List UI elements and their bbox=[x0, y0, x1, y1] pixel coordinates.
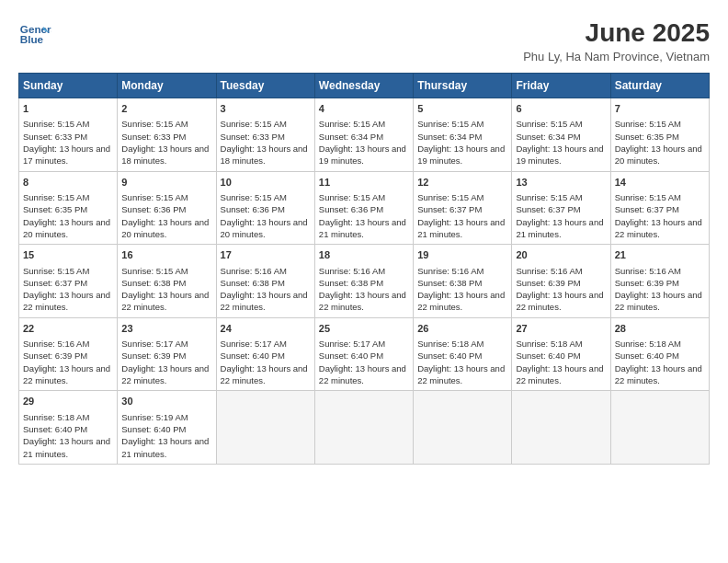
calendar-day-cell: 29Sunrise: 5:18 AMSunset: 6:40 PMDayligh… bbox=[19, 391, 118, 465]
calendar-day-cell bbox=[314, 391, 413, 465]
day-number: 7 bbox=[615, 102, 705, 116]
calendar-day-cell: 6Sunrise: 5:15 AMSunset: 6:34 PMDaylight… bbox=[512, 98, 610, 172]
sunset-text: Sunset: 6:39 PM bbox=[615, 278, 679, 288]
sunrise-text: Sunrise: 5:15 AM bbox=[319, 192, 385, 202]
day-number: 4 bbox=[319, 102, 409, 116]
sunrise-text: Sunrise: 5:17 AM bbox=[221, 339, 287, 349]
sunset-text: Sunset: 6:40 PM bbox=[221, 350, 285, 361]
sunrise-text: Sunrise: 5:15 AM bbox=[23, 192, 89, 202]
calendar-day-cell: 28Sunrise: 5:18 AMSunset: 6:40 PMDayligh… bbox=[610, 317, 709, 391]
sunrise-text: Sunrise: 5:15 AM bbox=[121, 266, 188, 276]
daylight-text: Daylight: 13 hours and 20 minutes. bbox=[23, 217, 110, 239]
svg-text:Blue: Blue bbox=[20, 33, 44, 45]
sunrise-text: Sunrise: 5:18 AM bbox=[615, 339, 681, 349]
day-number: 26 bbox=[417, 322, 507, 336]
daylight-text: Daylight: 13 hours and 19 minutes. bbox=[319, 144, 406, 166]
sunrise-text: Sunrise: 5:15 AM bbox=[121, 192, 188, 202]
calendar-day-cell: 24Sunrise: 5:17 AMSunset: 6:40 PMDayligh… bbox=[216, 317, 314, 391]
sunrise-text: Sunrise: 5:15 AM bbox=[615, 119, 681, 129]
daylight-text: Daylight: 13 hours and 22 minutes. bbox=[221, 363, 308, 385]
calendar-title: June 2025 bbox=[523, 18, 710, 48]
col-friday: Friday bbox=[512, 74, 610, 98]
daylight-text: Daylight: 13 hours and 22 minutes. bbox=[121, 290, 209, 312]
daylight-text: Daylight: 13 hours and 22 minutes. bbox=[615, 217, 702, 239]
sunrise-text: Sunrise: 5:17 AM bbox=[319, 339, 385, 349]
calendar-day-cell: 10Sunrise: 5:15 AMSunset: 6:36 PMDayligh… bbox=[216, 171, 314, 245]
calendar-day-cell: 26Sunrise: 5:18 AMSunset: 6:40 PMDayligh… bbox=[414, 317, 512, 391]
calendar-day-cell: 3Sunrise: 5:15 AMSunset: 6:33 PMDaylight… bbox=[216, 98, 314, 172]
daylight-text: Daylight: 13 hours and 17 minutes. bbox=[23, 144, 110, 166]
sunset-text: Sunset: 6:34 PM bbox=[516, 132, 580, 142]
title-area: June 2025 Phu Ly, Ha Nam Province, Vietn… bbox=[523, 18, 710, 63]
calendar-table: Sunday Monday Tuesday Wednesday Thursday… bbox=[18, 73, 710, 465]
sunset-text: Sunset: 6:37 PM bbox=[516, 204, 580, 214]
sunrise-text: Sunrise: 5:15 AM bbox=[23, 266, 89, 276]
calendar-day-cell: 17Sunrise: 5:16 AMSunset: 6:38 PMDayligh… bbox=[216, 245, 314, 318]
sunrise-text: Sunrise: 5:19 AM bbox=[121, 412, 188, 422]
calendar-day-cell: 4Sunrise: 5:15 AMSunset: 6:34 PMDaylight… bbox=[314, 98, 413, 172]
sunrise-text: Sunrise: 5:15 AM bbox=[615, 192, 681, 202]
day-number: 11 bbox=[319, 176, 409, 190]
calendar-day-cell: 16Sunrise: 5:15 AMSunset: 6:38 PMDayligh… bbox=[118, 245, 216, 318]
calendar-day-cell: 11Sunrise: 5:15 AMSunset: 6:36 PMDayligh… bbox=[314, 171, 413, 245]
sunrise-text: Sunrise: 5:16 AM bbox=[615, 266, 681, 276]
daylight-text: Daylight: 13 hours and 18 minutes. bbox=[221, 144, 308, 166]
calendar-week-row: 8Sunrise: 5:15 AMSunset: 6:35 PMDaylight… bbox=[19, 171, 710, 245]
day-number: 1 bbox=[23, 102, 113, 116]
sunrise-text: Sunrise: 5:16 AM bbox=[221, 266, 287, 276]
sunset-text: Sunset: 6:39 PM bbox=[516, 278, 580, 288]
day-number: 3 bbox=[221, 102, 311, 116]
sunset-text: Sunset: 6:36 PM bbox=[221, 204, 285, 214]
calendar-day-cell: 1Sunrise: 5:15 AMSunset: 6:33 PMDaylight… bbox=[19, 98, 118, 172]
sunset-text: Sunset: 6:34 PM bbox=[417, 132, 482, 142]
daylight-text: Daylight: 13 hours and 21 minutes. bbox=[516, 217, 603, 239]
daylight-text: Daylight: 13 hours and 22 minutes. bbox=[615, 290, 702, 312]
daylight-text: Daylight: 13 hours and 20 minutes. bbox=[121, 217, 209, 239]
day-number: 16 bbox=[121, 248, 211, 262]
calendar-day-cell: 8Sunrise: 5:15 AMSunset: 6:35 PMDaylight… bbox=[19, 171, 118, 245]
calendar-day-cell: 22Sunrise: 5:16 AMSunset: 6:39 PMDayligh… bbox=[19, 317, 118, 391]
sunset-text: Sunset: 6:40 PM bbox=[417, 350, 482, 361]
daylight-text: Daylight: 13 hours and 22 minutes. bbox=[516, 290, 603, 312]
sunrise-text: Sunrise: 5:18 AM bbox=[417, 339, 483, 349]
calendar-header-row: Sunday Monday Tuesday Wednesday Thursday… bbox=[19, 74, 710, 98]
day-number: 19 bbox=[417, 248, 507, 262]
sunset-text: Sunset: 6:38 PM bbox=[417, 278, 482, 288]
day-number: 9 bbox=[121, 176, 211, 190]
calendar-day-cell: 19Sunrise: 5:16 AMSunset: 6:38 PMDayligh… bbox=[414, 245, 512, 318]
calendar-day-cell: 18Sunrise: 5:16 AMSunset: 6:38 PMDayligh… bbox=[314, 245, 413, 318]
logo: General Blue bbox=[18, 18, 51, 52]
daylight-text: Daylight: 13 hours and 18 minutes. bbox=[121, 144, 209, 166]
calendar-day-cell: 5Sunrise: 5:15 AMSunset: 6:34 PMDaylight… bbox=[414, 98, 512, 172]
day-number: 21 bbox=[615, 248, 705, 262]
sunset-text: Sunset: 6:36 PM bbox=[121, 204, 186, 214]
daylight-text: Daylight: 13 hours and 21 minutes. bbox=[23, 436, 110, 458]
calendar-day-cell: 27Sunrise: 5:18 AMSunset: 6:40 PMDayligh… bbox=[512, 317, 610, 391]
day-number: 24 bbox=[221, 322, 311, 336]
sunrise-text: Sunrise: 5:15 AM bbox=[516, 192, 582, 202]
sunset-text: Sunset: 6:38 PM bbox=[319, 278, 383, 288]
sunrise-text: Sunrise: 5:18 AM bbox=[516, 339, 582, 349]
calendar-day-cell: 2Sunrise: 5:15 AMSunset: 6:33 PMDaylight… bbox=[118, 98, 216, 172]
day-number: 30 bbox=[121, 395, 211, 408]
daylight-text: Daylight: 13 hours and 19 minutes. bbox=[417, 144, 505, 166]
sunset-text: Sunset: 6:37 PM bbox=[417, 204, 482, 214]
day-number: 23 bbox=[121, 322, 211, 336]
day-number: 22 bbox=[23, 322, 113, 336]
sunrise-text: Sunrise: 5:15 AM bbox=[516, 119, 582, 129]
daylight-text: Daylight: 13 hours and 22 minutes. bbox=[319, 290, 406, 312]
calendar-day-cell: 21Sunrise: 5:16 AMSunset: 6:39 PMDayligh… bbox=[610, 245, 709, 318]
calendar-day-cell bbox=[216, 391, 314, 465]
daylight-text: Daylight: 13 hours and 22 minutes. bbox=[417, 290, 505, 312]
calendar-day-cell: 13Sunrise: 5:15 AMSunset: 6:37 PMDayligh… bbox=[512, 171, 610, 245]
daylight-text: Daylight: 13 hours and 22 minutes. bbox=[319, 363, 406, 385]
sunset-text: Sunset: 6:40 PM bbox=[516, 350, 580, 361]
sunrise-text: Sunrise: 5:16 AM bbox=[23, 339, 89, 349]
daylight-text: Daylight: 13 hours and 20 minutes. bbox=[615, 144, 702, 166]
daylight-text: Daylight: 13 hours and 22 minutes. bbox=[121, 363, 209, 385]
calendar-day-cell bbox=[512, 391, 610, 465]
daylight-text: Daylight: 13 hours and 22 minutes. bbox=[516, 363, 603, 385]
sunrise-text: Sunrise: 5:15 AM bbox=[23, 119, 89, 129]
daylight-text: Daylight: 13 hours and 22 minutes. bbox=[23, 363, 110, 385]
calendar-week-row: 22Sunrise: 5:16 AMSunset: 6:39 PMDayligh… bbox=[19, 317, 710, 391]
